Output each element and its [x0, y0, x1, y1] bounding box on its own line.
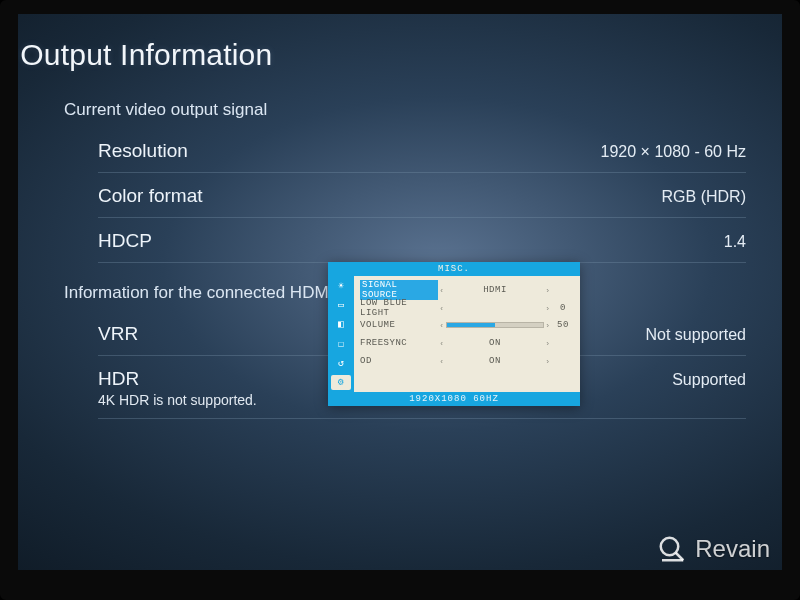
- section-output-signal-heading: Current video output signal: [64, 100, 754, 120]
- chevron-left-icon[interactable]: ‹: [438, 304, 446, 313]
- magnify-icon: [657, 534, 687, 564]
- picture-icon[interactable]: ▭: [331, 297, 351, 312]
- osd-menu-table: SIGNAL SOURCE ‹ HDMI › LOW BLUE LIGHT ‹ …: [354, 276, 580, 392]
- volume-bar[interactable]: [446, 322, 544, 328]
- osd-icon-column: ☀ ▭ ◧ ☐ ↺ ⚙: [328, 276, 354, 392]
- row-hdr-value: Supported: [672, 371, 746, 389]
- row-hdcp[interactable]: HDCP 1.4: [98, 218, 746, 263]
- reset-icon[interactable]: ↺: [331, 355, 351, 370]
- osd-row-freesync[interactable]: FREESYNC ‹ ON ›: [360, 334, 574, 352]
- row-resolution-label: Resolution: [98, 140, 188, 162]
- row-vrr-label: VRR: [98, 323, 138, 345]
- chevron-right-icon[interactable]: ›: [544, 304, 552, 313]
- osd-header: MISC.: [328, 262, 580, 276]
- osd-row-volume[interactable]: VOLUME ‹ › 50: [360, 316, 574, 334]
- color-icon[interactable]: ◧: [331, 317, 351, 332]
- svg-point-0: [661, 538, 679, 556]
- chevron-left-icon[interactable]: ‹: [438, 339, 446, 348]
- row-resolution[interactable]: Resolution 1920 × 1080 - 60 Hz: [98, 128, 746, 173]
- osd-footer: 1920X1080 60HZ: [328, 392, 580, 406]
- osd-row-od[interactable]: OD ‹ ON ›: [360, 352, 574, 370]
- row-color-format-label: Color format: [98, 185, 203, 207]
- chevron-right-icon[interactable]: ›: [544, 357, 552, 366]
- row-hdr-label: HDR: [98, 368, 139, 390]
- osd-row-signal-source[interactable]: SIGNAL SOURCE ‹ HDMI ›: [360, 280, 574, 298]
- row-hdcp-value: 1.4: [724, 233, 746, 251]
- chevron-left-icon[interactable]: ‹: [438, 357, 446, 366]
- row-color-format-value: RGB (HDR): [662, 188, 746, 206]
- watermark: Revain: [657, 534, 770, 564]
- row-resolution-value: 1920 × 1080 - 60 Hz: [601, 143, 746, 161]
- chevron-right-icon[interactable]: ›: [544, 339, 552, 348]
- chevron-left-icon[interactable]: ‹: [438, 321, 446, 330]
- brightness-icon[interactable]: ☀: [331, 278, 351, 293]
- chevron-right-icon[interactable]: ›: [544, 321, 552, 330]
- osd-row-low-blue-light[interactable]: LOW BLUE LIGHT ‹ › 0: [360, 298, 574, 316]
- osd-settings-icon[interactable]: ☐: [331, 336, 351, 351]
- chevron-left-icon[interactable]: ‹: [438, 286, 446, 295]
- watermark-text: Revain: [695, 535, 770, 563]
- console-settings-screen: eo Output Information Current video outp…: [18, 14, 782, 570]
- row-vrr-value: Not supported: [645, 326, 746, 344]
- chevron-right-icon[interactable]: ›: [544, 286, 552, 295]
- misc-icon[interactable]: ⚙: [331, 375, 351, 390]
- monitor-osd-overlay: MISC. ☀ ▭ ◧ ☐ ↺ ⚙ SIGNAL SOURCE ‹ HDMI ›: [328, 262, 580, 406]
- page-title: eo Output Information: [18, 38, 754, 72]
- row-hdcp-label: HDCP: [98, 230, 152, 252]
- row-color-format[interactable]: Color format RGB (HDR): [98, 173, 746, 218]
